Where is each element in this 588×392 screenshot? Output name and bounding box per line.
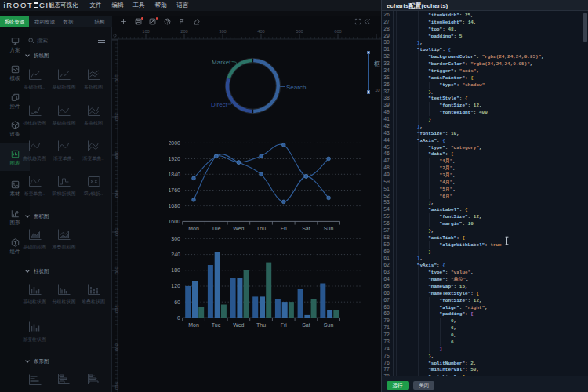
- svg-text:1840: 1840: [169, 172, 180, 177]
- svg-text:700: 700: [114, 305, 119, 313]
- svg-text:Tue: Tue: [212, 322, 221, 328]
- svg-text:Wed: Wed: [233, 226, 244, 231]
- svg-text:500: 500: [296, 29, 303, 34]
- svg-text:Direct: Direct: [211, 101, 228, 108]
- svg-text:500: 500: [114, 228, 119, 236]
- svg-text:600: 600: [114, 267, 119, 274]
- svg-text:Search: Search: [286, 84, 306, 91]
- svg-text:2000: 2000: [169, 140, 180, 146]
- svg-text:240: 240: [171, 252, 180, 257]
- svg-text:120: 120: [171, 283, 180, 289]
- svg-text:Sat: Sat: [302, 322, 310, 328]
- svg-text:100: 100: [142, 29, 150, 34]
- svg-text:100: 100: [114, 74, 119, 82]
- svg-text:200: 200: [114, 113, 119, 121]
- svg-text:800: 800: [114, 343, 119, 351]
- svg-text:200: 200: [180, 29, 188, 34]
- svg-text:Sun: Sun: [324, 226, 334, 231]
- svg-text:1680: 1680: [169, 203, 180, 209]
- svg-text:300: 300: [219, 29, 227, 34]
- svg-text:Fri: Fri: [281, 226, 288, 231]
- svg-text:Sat: Sat: [302, 226, 310, 231]
- svg-text:Mon: Mon: [188, 226, 199, 231]
- svg-text:900: 900: [114, 382, 119, 390]
- svg-text:400: 400: [114, 190, 119, 198]
- svg-text:600: 600: [334, 29, 342, 34]
- svg-text:300: 300: [114, 151, 119, 159]
- svg-text:400: 400: [257, 29, 265, 34]
- svg-text:60: 60: [174, 299, 180, 305]
- svg-text:300: 300: [171, 236, 180, 241]
- svg-text:0: 0: [177, 315, 180, 321]
- svg-text:1760: 1760: [169, 187, 180, 193]
- svg-text:Thu: Thu: [256, 226, 266, 231]
- svg-text:Tue: Tue: [212, 226, 221, 231]
- svg-text:Market: Market: [212, 59, 231, 66]
- svg-text:Mon: Mon: [188, 322, 199, 328]
- svg-text:1920: 1920: [169, 156, 180, 162]
- svg-text:Thu: Thu: [256, 322, 266, 328]
- svg-text:180: 180: [171, 267, 180, 273]
- svg-text:Fri: Fri: [281, 322, 288, 328]
- svg-text:1600: 1600: [169, 219, 180, 224]
- svg-text:Wed: Wed: [233, 322, 244, 328]
- svg-text:Sun: Sun: [324, 322, 334, 328]
